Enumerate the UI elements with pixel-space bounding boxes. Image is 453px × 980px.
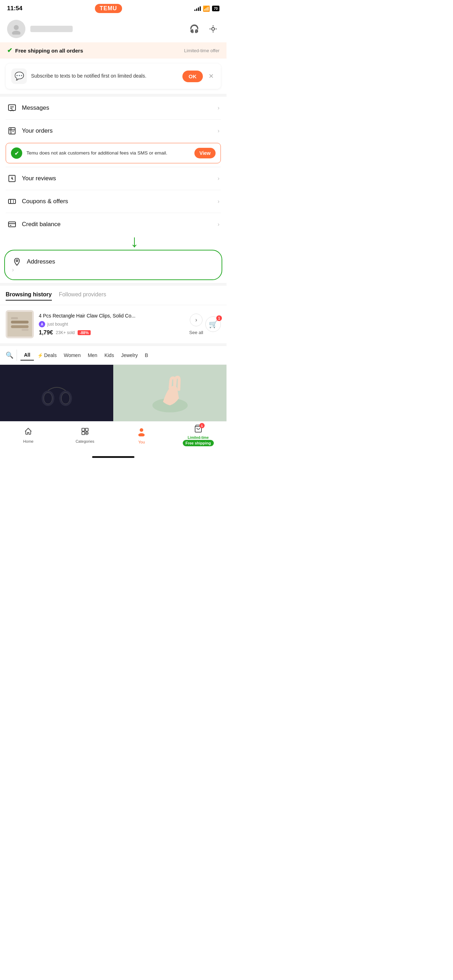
category-deals[interactable]: ⚡ Deals: [34, 350, 60, 360]
svg-rect-12: [11, 321, 29, 323]
checkmark-icon: ✔: [7, 46, 12, 54]
product-nav-button[interactable]: ›: [190, 313, 202, 326]
battery-icon: 70: [212, 6, 219, 11]
nav-categories[interactable]: Categories: [57, 427, 114, 444]
svg-rect-23: [82, 432, 85, 434]
product-grid-item-2[interactable]: [113, 365, 227, 421]
banner-text: Free shipping on all orders: [15, 48, 83, 54]
chevron-right-icon: ›: [218, 221, 219, 228]
svg-rect-21: [82, 428, 85, 431]
product-price-row: 1,79€ 23K+ sold -88%: [39, 329, 184, 336]
wifi-icon: 📶: [203, 5, 210, 12]
your-orders-menu-item[interactable]: Your orders ›: [0, 119, 227, 142]
section-divider: [0, 94, 227, 97]
category-all[interactable]: All: [21, 350, 34, 361]
header-icons: 🎧: [188, 22, 219, 35]
add-to-cart-button[interactable]: 🛒 1: [205, 317, 221, 332]
scan-icon[interactable]: [207, 22, 219, 35]
home-icon: [24, 427, 32, 438]
signal-icon: [194, 6, 201, 11]
see-all-button[interactable]: See all: [189, 330, 203, 335]
free-shipping-banner: ✔ Free shipping on all orders Limited-ti…: [0, 42, 227, 59]
svg-rect-4: [9, 128, 15, 134]
username: [30, 26, 73, 32]
categories-icon: [81, 427, 89, 438]
tab-followed-providers[interactable]: Followed providers: [59, 291, 106, 301]
svg-rect-9: [8, 222, 16, 227]
category-kids[interactable]: Kids: [101, 350, 118, 360]
avatar[interactable]: [7, 20, 25, 38]
svg-point-2: [212, 27, 215, 30]
bottom-nav: Home Categories You: [0, 421, 227, 452]
user-left: [7, 20, 73, 38]
reviews-label: Your reviews: [22, 175, 56, 182]
reviews-icon: [7, 173, 17, 183]
status-icons: 📶 70: [194, 5, 219, 12]
orders-left: Your orders: [7, 126, 52, 136]
reviews-left: Your reviews: [7, 173, 56, 183]
category-women[interactable]: Women: [60, 350, 84, 360]
sms-icon: 💬: [11, 68, 27, 84]
svg-point-1: [12, 31, 21, 35]
nav-cart[interactable]: 1 Limited-time Free shipping: [170, 425, 227, 446]
svg-point-10: [16, 260, 18, 262]
category-jewelry[interactable]: Jewelry: [118, 350, 141, 360]
credit-left: Credit balance: [7, 220, 61, 229]
deals-bolt-icon: ⚡: [37, 353, 43, 358]
section-divider: [0, 343, 227, 346]
category-men[interactable]: Men: [84, 350, 101, 360]
sold-count: 23K+ sold: [56, 330, 75, 335]
svg-point-7: [12, 178, 12, 179]
you-icon: [137, 426, 146, 439]
svg-rect-22: [85, 428, 88, 431]
search-icon[interactable]: 🔍: [6, 350, 17, 361]
chevron-right-icon: ›: [218, 128, 219, 134]
addresses-label: Addresses: [27, 258, 55, 265]
credit-label: Credit balance: [22, 221, 61, 228]
product-actions: › See all: [189, 313, 203, 335]
limited-time-label: Limited-time: [188, 436, 208, 439]
sms-ok-button[interactable]: OK: [183, 70, 203, 82]
buyer-avatar: A: [39, 321, 45, 328]
addresses-menu-item[interactable]: Addresses ›: [4, 250, 222, 280]
nav-you[interactable]: You: [113, 426, 170, 444]
browsing-tabs: Browsing history Followed providers: [0, 291, 227, 305]
shield-icon: ✔: [11, 148, 22, 159]
banner-left: ✔ Free shipping on all orders: [7, 46, 83, 54]
warning-view-button[interactable]: View: [194, 148, 216, 158]
coupons-label: Coupons & offers: [22, 198, 68, 205]
coupons-left: Coupons & offers: [7, 196, 68, 206]
headphones-icon[interactable]: 🎧: [188, 22, 200, 35]
orders-icon: [7, 126, 17, 136]
product-info: 4 Pcs Rectangle Hair Claw Clips, Solid C…: [39, 313, 184, 336]
your-reviews-menu-item[interactable]: Your reviews ›: [0, 167, 227, 190]
product-price: 1,79€: [39, 329, 53, 336]
coupons-menu-item[interactable]: Coupons & offers ›: [0, 190, 227, 213]
svg-rect-14: [11, 317, 18, 319]
address-icon: [12, 257, 22, 267]
messages-label: Messages: [22, 104, 49, 111]
credit-balance-menu-item[interactable]: Credit balance ›: [0, 213, 227, 235]
product-image[interactable]: [6, 310, 34, 338]
product-grid-item-1[interactable]: [0, 365, 113, 421]
svg-point-26: [138, 433, 145, 436]
messages-menu-item[interactable]: Messages ›: [0, 97, 227, 119]
you-label: You: [138, 440, 145, 444]
svg-point-25: [140, 428, 143, 432]
addresses-left: Addresses: [12, 257, 215, 267]
tab-browsing-history[interactable]: Browsing history: [6, 291, 52, 301]
sms-text: Subscribe to texts to be notified first …: [31, 73, 178, 80]
svg-rect-15: [22, 329, 29, 331]
annotation-arrow: ↓: [42, 233, 227, 250]
user-header: 🎧: [0, 16, 227, 42]
category-more[interactable]: B: [141, 350, 152, 360]
discount-badge: -88%: [78, 330, 91, 335]
home-bar: [92, 456, 134, 458]
categories-label: Categories: [75, 439, 94, 444]
chevron-right-icon: ›: [218, 105, 219, 111]
nav-home[interactable]: Home: [0, 427, 57, 444]
messages-left: Messages: [7, 103, 49, 113]
svg-point-17: [44, 393, 52, 404]
sms-subscribe-box: 💬 Subscribe to texts to be notified firs…: [6, 64, 221, 89]
sms-close-icon[interactable]: ✕: [207, 72, 215, 80]
